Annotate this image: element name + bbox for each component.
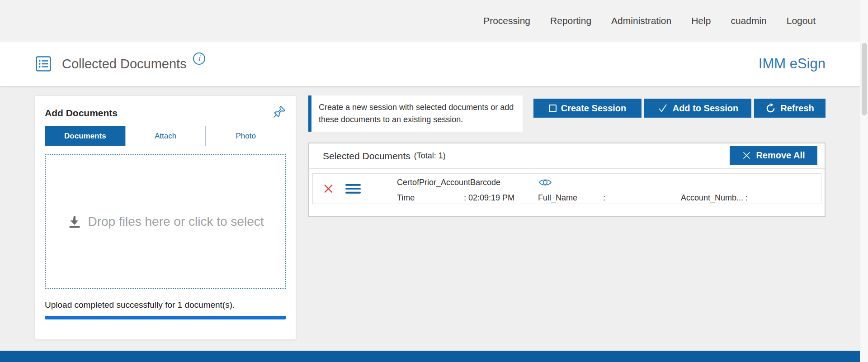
file-dropzone[interactable]: Drop files here or click to select bbox=[45, 154, 286, 289]
nav-item-reporting[interactable]: Reporting bbox=[550, 15, 591, 26]
info-icon[interactable]: i bbox=[193, 52, 205, 65]
upload-progress-bar bbox=[45, 316, 286, 319]
top-navigation: Processing Reporting Administration Help… bbox=[0, 0, 860, 42]
session-info-box: Create a new session with selected docum… bbox=[308, 95, 523, 132]
account-number-label: Account_Numb... : bbox=[681, 193, 748, 203]
check-icon bbox=[657, 103, 668, 114]
full-name-value: : bbox=[603, 193, 681, 203]
full-name-label: Full_Name bbox=[538, 193, 603, 203]
tab-attach[interactable]: Attach bbox=[125, 126, 206, 146]
pin-icon[interactable] bbox=[273, 105, 286, 119]
refresh-label: Refresh bbox=[780, 103, 814, 114]
delete-document-icon[interactable] bbox=[323, 183, 334, 195]
dropzone-text: Drop files here or click to select bbox=[88, 214, 264, 229]
create-session-button[interactable]: Create Session bbox=[533, 99, 642, 118]
time-value: : 02:09:19 PM bbox=[464, 193, 538, 203]
selected-documents-header: Selected Documents (Total: 1) Remove All bbox=[309, 143, 825, 169]
selected-documents-total: (Total: 1) bbox=[414, 151, 446, 161]
session-info-text: Create a new session with selected docum… bbox=[319, 101, 515, 126]
add-documents-header: Add Documents bbox=[45, 105, 286, 119]
drag-handle-icon[interactable] bbox=[345, 184, 361, 194]
create-session-label: Create Session bbox=[561, 103, 627, 114]
nav-item-administration[interactable]: Administration bbox=[611, 15, 671, 26]
tab-photo[interactable]: Photo bbox=[205, 126, 286, 146]
document-row: CertofPrior_AccountBarcode Time : 02:09:… bbox=[312, 173, 821, 204]
nav-item-user-cuadmin[interactable]: cuadmin bbox=[731, 15, 766, 26]
selected-documents-title: Selected Documents bbox=[323, 151, 410, 162]
brand-logo: IMM eSign bbox=[759, 56, 826, 72]
remove-all-button[interactable]: Remove All bbox=[730, 146, 817, 165]
refresh-icon bbox=[765, 103, 776, 114]
upload-status-text: Upload completed successfully for 1 docu… bbox=[45, 300, 286, 310]
close-icon bbox=[742, 151, 751, 160]
download-icon bbox=[67, 214, 82, 229]
square-icon bbox=[549, 105, 557, 112]
document-row-content: CertofPrior_AccountBarcode Time : 02:09:… bbox=[397, 177, 816, 203]
page-title: Collected Documents bbox=[62, 57, 187, 71]
session-action-buttons: Create Session Add to Session Refresh bbox=[533, 99, 826, 118]
add-to-session-label: Add to Session bbox=[673, 103, 739, 114]
remove-all-label: Remove All bbox=[756, 150, 805, 161]
vertical-scrollbar[interactable] bbox=[860, 0, 868, 362]
selected-documents-panel: Selected Documents (Total: 1) Remove All bbox=[308, 143, 826, 217]
main-content: Add Documents Documents Attach Photo bbox=[0, 86, 860, 351]
refresh-button[interactable]: Refresh bbox=[754, 99, 826, 118]
app-window: Processing Reporting Administration Help… bbox=[0, 0, 868, 362]
collected-documents-icon bbox=[35, 55, 52, 72]
add-documents-title: Add Documents bbox=[45, 105, 118, 119]
add-documents-tabs: Documents Attach Photo bbox=[45, 126, 286, 146]
add-to-session-button[interactable]: Add to Session bbox=[644, 99, 751, 118]
nav-item-logout[interactable]: Logout bbox=[787, 15, 816, 26]
nav-item-processing[interactable]: Processing bbox=[483, 15, 530, 26]
add-documents-panel: Add Documents Documents Attach Photo bbox=[35, 95, 296, 340]
page-header: Collected Documents i IMM eSign bbox=[0, 42, 860, 86]
document-name: CertofPrior_AccountBarcode bbox=[397, 178, 500, 187]
nav-item-help[interactable]: Help bbox=[691, 15, 711, 26]
tab-documents[interactable]: Documents bbox=[45, 126, 125, 146]
preview-eye-icon[interactable] bbox=[538, 177, 552, 187]
time-label: Time bbox=[397, 193, 464, 203]
scrollbar-thumb[interactable] bbox=[862, 43, 867, 115]
footer-bar bbox=[0, 351, 860, 362]
